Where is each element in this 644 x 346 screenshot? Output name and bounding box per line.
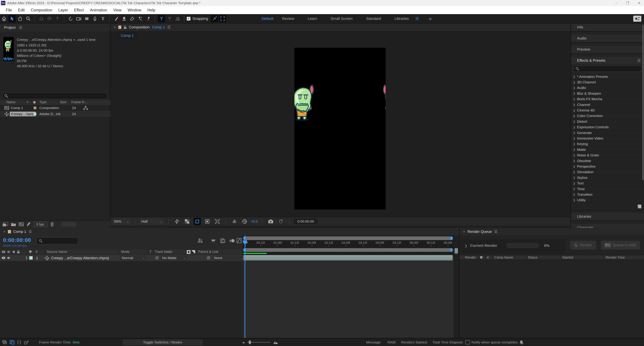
fast-previews-icon[interactable] [173, 218, 181, 225]
effects-category[interactable]: ❯Immersive Video [571, 136, 644, 141]
work-area-bar[interactable] [243, 248, 453, 252]
effects-category[interactable]: ❯Text [571, 181, 644, 186]
snapping-checkbox[interactable]: ✓ [187, 17, 190, 20]
project-row-comp1[interactable]: Comp 1 Composition 24 [0, 105, 110, 111]
selection-tool[interactable] [8, 15, 16, 22]
effects-category[interactable]: ❯Obsolete [571, 158, 644, 164]
menu-item[interactable]: Layer [55, 8, 71, 12]
restore-button[interactable]: ❐ [626, 1, 629, 5]
audio-panel-tab[interactable]: Audio [571, 35, 644, 43]
effects-search-input[interactable] [573, 65, 642, 72]
column-type[interactable]: Type [39, 100, 46, 104]
creature-character-partial[interactable] [379, 83, 386, 122]
column-started[interactable]: Started [562, 256, 573, 259]
show-snapshot-icon[interactable] [277, 218, 284, 225]
eraser-tool[interactable] [128, 15, 136, 22]
preview-panel-tab[interactable]: Preview [571, 46, 644, 54]
project-item-name[interactable]: Comp 1 [11, 106, 23, 110]
menu-item[interactable]: Effect [71, 8, 87, 12]
bit-depth-button[interactable]: 8 bpc [34, 222, 47, 227]
layer-expand-arrow[interactable]: ❯ [25, 256, 28, 260]
label-swatch[interactable] [34, 107, 36, 109]
exposure-value[interactable]: +0.0 [251, 219, 258, 223]
column-name[interactable]: Name [6, 100, 15, 104]
world-axis-mode-icon[interactable] [166, 15, 173, 22]
layer-source-name[interactable]: Creepy ...e/Creepy Attention.chproj [51, 256, 109, 260]
zoom-tool[interactable] [24, 15, 32, 22]
menu-item[interactable]: Help [144, 8, 158, 12]
column-comp-name[interactable]: Comp Name [494, 256, 513, 259]
libraries-panel-tab[interactable]: Libraries [571, 213, 644, 221]
close-tab-icon[interactable]: × [3, 230, 6, 234]
menu-item[interactable]: File [3, 8, 15, 12]
current-render-expand-icon[interactable]: ❯ [465, 244, 467, 248]
effects-category[interactable]: ❯Distort [571, 119, 644, 124]
snapshot-icon[interactable] [267, 218, 274, 225]
rotation-tool[interactable] [67, 15, 74, 22]
zoom-slider-knob[interactable] [249, 340, 251, 344]
workspace-tab[interactable]: Standard [359, 16, 388, 21]
column-parent-link[interactable]: Parent & Link [198, 250, 218, 254]
parent-pickwhip-icon[interactable]: @ [206, 256, 210, 260]
brush-tool[interactable] [112, 15, 120, 22]
composition-tab-label[interactable]: Composition [129, 25, 150, 29]
roto-brush-tool[interactable] [136, 15, 144, 22]
comp-viewer-tab[interactable]: Comp 1 [116, 32, 138, 39]
snap-options-icon[interactable] [211, 15, 218, 22]
sort-ascending-icon[interactable]: ▲ [26, 100, 29, 103]
effects-category[interactable]: ❯Transition [571, 192, 644, 197]
render-queue-menu-icon[interactable]: ☰ [494, 230, 498, 234]
menu-item[interactable]: Window [124, 8, 144, 12]
project-search-input[interactable] [2, 92, 108, 99]
creature-character[interactable] [294, 83, 318, 122]
footage-name[interactable]: Creepy ...e/Creepy Attention.chproj [17, 38, 72, 41]
menu-item[interactable]: View [110, 8, 124, 12]
timeline-tab-label[interactable]: Comp 1 [13, 230, 26, 234]
zoom-in-mountain-icon[interactable] [273, 340, 278, 344]
effects-category[interactable]: ❯Stylize [571, 175, 644, 181]
workspace-tab[interactable]: Small Screen [324, 16, 359, 21]
render-queue-tab-label[interactable]: Render Queue [468, 230, 492, 234]
timeline-panel-menu-icon[interactable]: ☰ [28, 230, 32, 234]
column-render[interactable]: Render [465, 256, 476, 259]
layer-row[interactable]: ❯ 1 Creepy ...e/Creepy Attention.chproj … [0, 255, 243, 261]
region-of-interest-icon[interactable] [214, 218, 221, 225]
close-tab-icon[interactable]: × [114, 25, 116, 29]
matte-pickwhip-icon[interactable]: @ [155, 256, 159, 260]
notification-bell-icon[interactable] [519, 340, 524, 345]
panel-scrollbar[interactable] [61, 222, 76, 227]
composition-viewport[interactable] [294, 48, 386, 210]
workspace-tab[interactable]: Review [276, 16, 301, 21]
comp-mini-flow-icon[interactable] [10, 340, 14, 345]
notify-checkbox[interactable] [465, 340, 470, 345]
effects-presets-panel-tab[interactable]: Effects & Presets ☰ [571, 57, 644, 64]
puppet-pin-tool[interactable] [145, 15, 152, 22]
transparency-grid-icon[interactable] [184, 218, 191, 225]
info-panel-tab[interactable]: Info [571, 23, 644, 32]
track-matte-dropdown[interactable]: No Matte⌄ [160, 256, 188, 260]
shy-layers-icon[interactable] [211, 238, 216, 243]
effects-category[interactable]: ❯Time [571, 186, 644, 192]
render-button[interactable]: Render [570, 241, 596, 250]
column-source-name[interactable]: Source Name [47, 250, 67, 254]
effects-category[interactable]: ❯Expression Controls [571, 125, 644, 130]
expand-layers-icon[interactable] [2, 340, 7, 345]
effects-category[interactable]: ❯Cinema 4D [571, 108, 644, 113]
channels-icon[interactable] [231, 218, 238, 225]
column-render-time[interactable]: Render Time [606, 256, 625, 259]
guides-icon[interactable] [204, 218, 211, 225]
menu-item[interactable]: Edit [15, 8, 28, 12]
column-t[interactable]: T [150, 250, 152, 254]
view-axis-mode-icon[interactable] [174, 15, 181, 22]
effects-category[interactable]: ❯Utility [571, 198, 644, 203]
layer-audio-icon[interactable] [7, 256, 10, 260]
camera-tool[interactable] [75, 15, 82, 22]
workspace-tab[interactable]: Learn [301, 16, 324, 21]
dolly-camera-tool[interactable] [54, 15, 61, 22]
orbit-camera-tool[interactable] [38, 15, 45, 22]
snail-icon[interactable] [24, 340, 29, 345]
pan-camera-tool[interactable] [46, 15, 53, 22]
workspace-menu-icon[interactable]: ☰ [416, 16, 419, 21]
effects-category[interactable]: ❯Matte [571, 147, 644, 152]
menu-item[interactable]: Composition [28, 8, 55, 12]
